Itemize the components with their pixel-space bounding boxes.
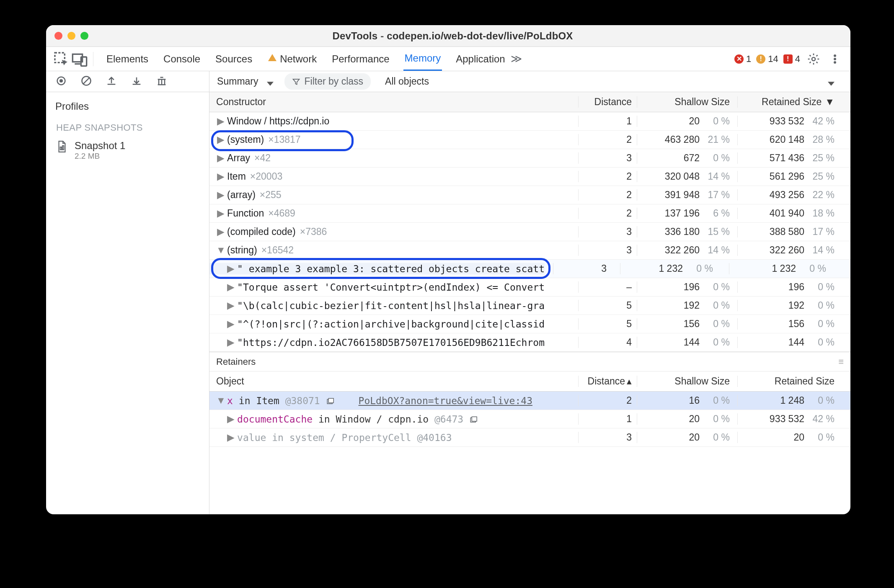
retainer-row[interactable]: ▼x in Item @38071 PoLdbOX?anon=true&view… bbox=[209, 392, 850, 410]
tab-sources[interactable]: Sources bbox=[214, 47, 253, 71]
table-row[interactable]: ▶" example 3 example 3: scattered object… bbox=[209, 260, 850, 278]
retainer-row[interactable]: ▶documentCache in Window / cdpn.io @6473… bbox=[209, 410, 850, 428]
load-profile-icon[interactable] bbox=[106, 75, 117, 88]
issue-counter[interactable]: !4 bbox=[783, 54, 800, 64]
svg-rect-12 bbox=[328, 398, 333, 403]
rcol-object[interactable]: Object bbox=[209, 376, 578, 387]
disclosure-arrow-icon[interactable]: ▶ bbox=[226, 318, 235, 330]
snapshot-file-icon bbox=[56, 140, 68, 153]
tab-console[interactable]: Console bbox=[162, 47, 202, 71]
disclosure-arrow-icon[interactable]: ▼ bbox=[216, 395, 225, 406]
col-retained[interactable]: Retained Size▼ bbox=[737, 96, 842, 108]
popout-icon[interactable] bbox=[469, 414, 478, 425]
error-counter[interactable]: ✕1 bbox=[734, 54, 751, 64]
table-row[interactable]: ▶"https://cdpn.io2AC766158D5B7507E170156… bbox=[209, 333, 850, 352]
source-link[interactable]: PoLdbOX?anon=true&view=live:43 bbox=[359, 395, 532, 406]
settings-icon[interactable] bbox=[805, 51, 822, 67]
disclosure-arrow-icon[interactable]: ▶ bbox=[216, 189, 225, 201]
table-row[interactable]: ▶Function×46892137 1966 %401 94018 % bbox=[209, 204, 850, 223]
warning-counter[interactable]: !14 bbox=[756, 54, 778, 64]
svg-rect-10 bbox=[62, 146, 64, 150]
disclosure-arrow-icon[interactable]: ▶ bbox=[216, 134, 225, 145]
disclosure-arrow-icon[interactable]: ▼ bbox=[216, 245, 225, 256]
clear-icon[interactable] bbox=[80, 75, 92, 88]
col-distance[interactable]: Distance bbox=[578, 96, 637, 108]
retainers-title: Retainers bbox=[216, 356, 256, 367]
window-title: DevTools - codepen.io/web-dot-dev/live/P… bbox=[88, 30, 817, 42]
disclosure-arrow-icon[interactable]: ▶ bbox=[226, 300, 235, 311]
table-row[interactable]: ▶Array×4236720 %571 43625 % bbox=[209, 149, 850, 168]
minimize-window-button[interactable] bbox=[67, 32, 75, 40]
scope-select[interactable]: All objects bbox=[385, 76, 429, 87]
table-row[interactable]: ▶"\b(calc|cubic-bezier|fit-content|hsl|h… bbox=[209, 297, 850, 315]
retainer-row[interactable]: ▶value in system / PropertyCell @4016332… bbox=[209, 428, 850, 447]
disclosure-arrow-icon[interactable]: ▶ bbox=[226, 432, 235, 443]
tab-application[interactable]: Application bbox=[455, 47, 506, 71]
table-row[interactable]: ▼(string)×165423322 26014 %322 26014 % bbox=[209, 241, 850, 260]
titlebar: DevTools - codepen.io/web-dot-dev/live/P… bbox=[46, 25, 850, 47]
disclosure-arrow-icon[interactable]: ▶ bbox=[216, 152, 225, 164]
hamburger-icon[interactable]: ≡ bbox=[838, 356, 844, 367]
snapshot-item[interactable]: Snapshot 1 2.2 MB bbox=[46, 137, 209, 163]
close-window-button[interactable] bbox=[54, 32, 62, 40]
devtools-tab-strip: ElementsConsoleSourcesNetworkPerformance… bbox=[46, 47, 850, 71]
heap-toolbar: Summary Filter by class All objects bbox=[209, 71, 850, 92]
tab-performance[interactable]: Performance bbox=[331, 47, 390, 71]
issue-count: 4 bbox=[795, 54, 800, 64]
disclosure-arrow-icon[interactable]: ▶ bbox=[216, 226, 225, 237]
col-shallow[interactable]: Shallow Size bbox=[637, 96, 737, 108]
rcol-shallow[interactable]: Shallow Size bbox=[637, 376, 737, 387]
view-select[interactable]: Summary bbox=[217, 76, 273, 87]
svg-point-4 bbox=[812, 57, 815, 61]
filter-icon bbox=[292, 77, 300, 86]
disclosure-arrow-icon[interactable]: ▶ bbox=[226, 413, 235, 425]
table-row[interactable]: ▶Item×200032320 04814 %561 29625 % bbox=[209, 168, 850, 186]
view-select-label: Summary bbox=[217, 76, 258, 87]
device-toolbar-icon[interactable] bbox=[71, 51, 88, 67]
snapshot-name: Snapshot 1 bbox=[75, 140, 125, 152]
table-row[interactable]: ▶Window / https://cdpn.io1200 %933 53242… bbox=[209, 112, 850, 131]
class-filter[interactable]: Filter by class bbox=[284, 73, 371, 90]
constructor-table-header: Constructor Distance Shallow Size Retain… bbox=[209, 92, 850, 112]
collect-garbage-icon[interactable] bbox=[156, 75, 168, 88]
disclosure-arrow-icon[interactable]: ▶ bbox=[216, 116, 225, 127]
title-path: codepen.io/web-dot-dev/live/PoLdbOX bbox=[387, 30, 573, 41]
warning-triangle-icon bbox=[267, 53, 277, 65]
rcol-retained[interactable]: Retained Size bbox=[737, 376, 842, 387]
table-row[interactable]: ▶"Torque assert 'Convert<uintptr>(endInd… bbox=[209, 278, 850, 297]
col-constructor[interactable]: Constructor bbox=[209, 96, 578, 108]
zoom-window-button[interactable] bbox=[80, 32, 88, 40]
chevron-down-icon[interactable] bbox=[828, 78, 835, 85]
heap-snapshots-label: HEAP SNAPSHOTS bbox=[46, 116, 209, 137]
error-count: 1 bbox=[746, 54, 751, 64]
rcol-distance[interactable]: Distance▴ bbox=[578, 376, 637, 387]
sort-desc-icon: ▼ bbox=[825, 96, 835, 108]
popout-icon[interactable] bbox=[326, 395, 334, 406]
disclosure-arrow-icon[interactable]: ▶ bbox=[226, 281, 235, 293]
table-row[interactable]: ▶"^(?!on|src|(?:action|archive|backgroun… bbox=[209, 315, 850, 333]
table-row[interactable]: ▶(system)×138172463 28021 %620 14828 % bbox=[209, 131, 850, 149]
kebab-menu-icon[interactable] bbox=[827, 51, 844, 67]
svg-rect-14 bbox=[472, 417, 477, 421]
inspect-element-icon[interactable] bbox=[53, 51, 70, 67]
record-icon[interactable] bbox=[55, 75, 67, 88]
svg-rect-9 bbox=[60, 147, 62, 150]
disclosure-arrow-icon[interactable]: ▶ bbox=[226, 263, 235, 274]
table-row[interactable]: ▶(array)×2552391 94817 %493 25622 % bbox=[209, 186, 850, 204]
snapshot-size: 2.2 MB bbox=[75, 152, 125, 161]
warning-count: 14 bbox=[768, 54, 778, 64]
disclosure-arrow-icon[interactable]: ▶ bbox=[226, 337, 235, 348]
chevron-down-icon bbox=[267, 78, 274, 85]
title-app: DevTools bbox=[332, 30, 377, 41]
more-tabs-icon[interactable]: ≫ bbox=[508, 51, 525, 67]
profiles-sidebar: Profiles HEAP SNAPSHOTS Snapshot 1 2.2 M… bbox=[46, 71, 209, 514]
disclosure-arrow-icon[interactable]: ▶ bbox=[216, 208, 225, 219]
table-row[interactable]: ▶(compiled code)×73863336 18015 %388 580… bbox=[209, 223, 850, 241]
tab-elements[interactable]: Elements bbox=[105, 47, 150, 71]
save-profile-icon[interactable] bbox=[131, 75, 142, 88]
profiles-heading: Profiles bbox=[46, 92, 209, 116]
tab-network[interactable]: Network bbox=[266, 47, 318, 71]
tab-memory[interactable]: Memory bbox=[403, 47, 442, 71]
disclosure-arrow-icon[interactable]: ▶ bbox=[216, 171, 225, 182]
scope-label: All objects bbox=[385, 76, 429, 87]
